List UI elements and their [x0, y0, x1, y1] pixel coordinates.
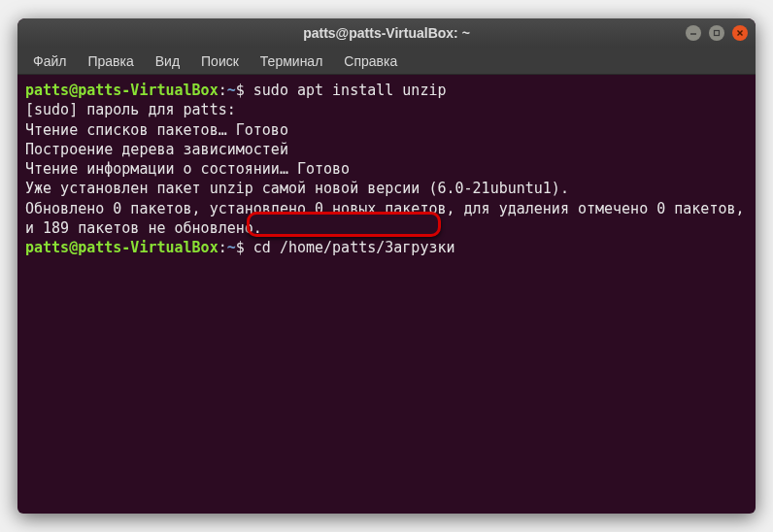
terminal-line: Чтение списков пакетов… Готово: [25, 120, 748, 140]
command-text: sudo apt install unzip: [253, 82, 447, 99]
menu-search[interactable]: Поиск: [191, 50, 249, 73]
terminal-line: patts@patts-VirtualBox:~$ cd /home/patts…: [25, 238, 748, 257]
terminal-line: Построение дерева зависимостей: [25, 140, 748, 159]
window-controls: [686, 25, 748, 41]
terminal-line: Чтение информации о состоянии… Готово: [25, 159, 748, 179]
terminal-line: Обновлено 0 пакетов, установлено 0 новых…: [25, 199, 748, 239]
terminal-line: Уже установлен пакет unzip самой новой в…: [25, 179, 748, 198]
maximize-button[interactable]: [709, 25, 724, 41]
minimize-button[interactable]: [686, 25, 701, 41]
terminal-line: patts@patts-VirtualBox:~$ sudo apt insta…: [25, 81, 748, 100]
prompt-sep: :: [218, 82, 227, 99]
menu-edit[interactable]: Правка: [78, 50, 143, 73]
prompt-sep: :: [218, 239, 227, 256]
prompt-user: patts@patts-VirtualBox: [25, 239, 218, 256]
terminal-body[interactable]: patts@patts-VirtualBox:~$ sudo apt insta…: [17, 75, 756, 514]
window-title: patts@patts-VirtualBox: ~: [25, 25, 748, 41]
prompt-path: ~: [227, 239, 236, 256]
menu-file[interactable]: Файл: [23, 50, 76, 73]
prompt-user: patts@patts-VirtualBox: [25, 82, 218, 99]
terminal-window: patts@patts-VirtualBox: ~ Файл Правка Ви…: [17, 18, 756, 514]
menu-help[interactable]: Справка: [334, 50, 407, 73]
prompt-path: ~: [227, 82, 236, 99]
command-text: cd /home/patts/Загрузки: [253, 239, 455, 256]
terminal-line: [sudo] пароль для patts:: [25, 100, 748, 119]
titlebar[interactable]: patts@patts-VirtualBox: ~: [17, 18, 756, 48]
menubar: Файл Правка Вид Поиск Терминал Справка: [17, 48, 756, 75]
prompt-symbol: $: [236, 239, 245, 256]
svg-rect-1: [715, 31, 720, 36]
close-button[interactable]: [732, 25, 748, 41]
menu-view[interactable]: Вид: [146, 50, 189, 73]
menu-terminal[interactable]: Терминал: [251, 50, 332, 73]
prompt-symbol: $: [236, 82, 245, 99]
